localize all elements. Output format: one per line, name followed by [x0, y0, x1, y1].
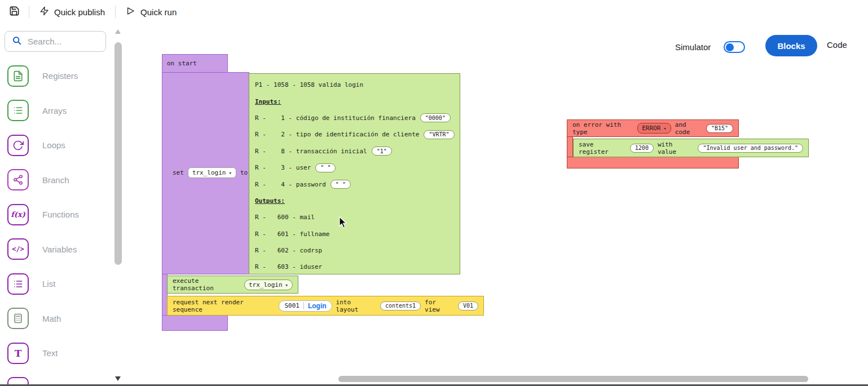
- save-register-label-2: with value: [658, 141, 694, 156]
- on-start-label: on start: [167, 60, 197, 67]
- register-value-pill[interactable]: "Invalid user and password.": [698, 144, 803, 153]
- scroll-up-arrow-icon[interactable]: [115, 29, 121, 34]
- on-error-label-2: and code: [675, 121, 702, 136]
- layout-pill[interactable]: contents1: [380, 301, 421, 310]
- list-icon: [7, 100, 29, 121]
- view-pill[interactable]: V01: [458, 301, 478, 310]
- code-view-button[interactable]: Code: [827, 40, 847, 50]
- scroll-down-arrow-icon[interactable]: [115, 376, 121, 381]
- transaction-input-row: R - 3 - user " ": [255, 159, 454, 176]
- sidebar-item-text[interactable]: T Text: [0, 336, 113, 371]
- sequence-name-link[interactable]: Login: [308, 302, 327, 310]
- block-on-start[interactable]: on start: [162, 54, 228, 73]
- sidebar-item-functions[interactable]: f(x) Functions: [0, 197, 113, 232]
- play-icon: [126, 6, 135, 17]
- sequence-code: S001: [284, 302, 299, 309]
- sidebar-item-label: Functions: [42, 210, 79, 219]
- dropdown-arrow-icon: [228, 169, 231, 176]
- function-icon: f(x): [7, 204, 29, 225]
- quick-run-button[interactable]: Quick run: [122, 4, 180, 20]
- calculator-icon: [7, 308, 29, 329]
- transaction-output-row: R - 600 - mail: [255, 209, 454, 225]
- loop-arrow-icon: [7, 135, 29, 156]
- sidebar-item-label: Text: [42, 348, 58, 358]
- sidebar-item-label: Loops: [42, 140, 65, 150]
- block-request-render[interactable]: request next render sequence S001 Login …: [167, 296, 484, 316]
- value-pill[interactable]: " ": [331, 180, 351, 189]
- value-pill[interactable]: " ": [315, 163, 336, 172]
- simulator-label: Simulator: [675, 42, 711, 52]
- transaction-output-row: R - 601 - fullname: [255, 226, 454, 242]
- outputs-section-label: Outputs:: [255, 197, 285, 205]
- palette-categories: Registers Arrays Loops Branch f(x) Funct…: [0, 59, 113, 386]
- simulator-toggle[interactable]: [724, 41, 745, 53]
- render-label-3: for view: [425, 299, 454, 313]
- variable-dropdown[interactable]: trx_login: [188, 167, 236, 178]
- sidebar-item-label: Branch: [42, 175, 69, 185]
- block-transaction-value[interactable]: P1 - 1058 - 1058 valida login Inputs: R …: [249, 73, 460, 274]
- vertical-scrollbar-thumb[interactable]: [114, 42, 122, 265]
- block-palette-sidebar: Registers Arrays Loops Branch f(x) Funct…: [0, 27, 113, 386]
- horizontal-scrollbar-thumb[interactable]: [338, 376, 808, 382]
- sidebar-item-arrays[interactable]: Arrays: [0, 94, 113, 128]
- transaction-title: P1 - 1058 - 1058 valida login: [255, 81, 363, 88]
- document-icon: [7, 65, 29, 87]
- toggle-knob: [726, 43, 734, 51]
- transaction-input-row: R - 8 - transacción inicial "1": [255, 143, 454, 159]
- sidebar-item-loops[interactable]: Loops: [0, 128, 113, 163]
- error-code-pill[interactable]: "B15": [706, 124, 733, 133]
- block-save-register[interactable]: save register 1200 with value "Invalid u…: [573, 139, 809, 157]
- pill-divider: [303, 302, 304, 309]
- sidebar-item-label: Math: [42, 314, 61, 323]
- dropdown-arrow-icon: [663, 125, 666, 132]
- branch-icon: [7, 169, 29, 190]
- list-icon: [7, 273, 29, 295]
- quick-publish-button[interactable]: Quick publish: [36, 4, 108, 20]
- transaction-input-row: R - 1 - código de institución financiera…: [255, 110, 454, 126]
- value-pill[interactable]: "1": [372, 147, 392, 156]
- execute-label: execute transaction: [173, 277, 240, 292]
- sidebar-item-math[interactable]: Math: [0, 301, 113, 336]
- block-set-variable[interactable]: set trx_login to: [162, 72, 249, 274]
- save-icon: [9, 6, 20, 18]
- dropdown-arrow-icon: [285, 281, 288, 289]
- sidebar-item-label: Variables: [42, 245, 77, 254]
- render-label-1: request next render sequence: [173, 299, 275, 313]
- sidebar-item-label: Registers: [42, 71, 78, 81]
- register-pill[interactable]: 1200: [630, 144, 654, 153]
- to-label: to: [240, 169, 248, 176]
- code-icon: </>: [7, 238, 29, 260]
- sidebar-item-branch[interactable]: Branch: [0, 163, 113, 198]
- quick-publish-label: Quick publish: [54, 7, 105, 17]
- sidebar-item-list[interactable]: List: [0, 267, 113, 301]
- transaction-input-row: R - 4 - password " ": [255, 176, 454, 192]
- sidebar-item-variables[interactable]: </> Variables: [0, 232, 113, 267]
- search-icon: [12, 36, 22, 48]
- value-pill[interactable]: "0000": [420, 113, 451, 122]
- value-pill[interactable]: "VRTR": [424, 130, 454, 139]
- blocks-view-button[interactable]: Blocks: [765, 35, 817, 56]
- on-error-foot: [567, 157, 739, 168]
- sidebar-item-registers[interactable]: Registers: [0, 59, 113, 94]
- block-on-error[interactable]: on error with type ERROR and code "B15": [567, 119, 739, 137]
- on-start-foot: [162, 315, 228, 331]
- sidebar-item-partial[interactable]: [0, 371, 113, 386]
- inputs-section-label: Inputs:: [255, 98, 281, 105]
- transaction-dropdown[interactable]: trx_login: [244, 279, 293, 290]
- block-execute-transaction[interactable]: execute transaction trx_login: [167, 276, 298, 294]
- error-type-dropdown[interactable]: ERROR: [637, 123, 671, 134]
- transaction-output-row: R - 602 - codrsp: [255, 242, 454, 259]
- transaction-output-row: R - 603 - iduser: [255, 259, 454, 275]
- save-button[interactable]: [7, 3, 22, 20]
- on-error-left-wall: [567, 136, 573, 159]
- toolbar-divider: [115, 6, 116, 18]
- topbar: Quick publish Quick run: [0, 0, 868, 24]
- render-label-2: into layout: [336, 299, 376, 313]
- on-error-label-1: on error with type: [572, 121, 633, 136]
- text-icon: T: [7, 343, 29, 364]
- vertical-scrollbar: [114, 28, 122, 383]
- search-input[interactable]: [28, 37, 94, 46]
- sequence-pill[interactable]: S001 Login: [279, 300, 332, 312]
- transaction-input-row: R - 2 - tipo de identificación de client…: [255, 126, 454, 143]
- search-box: [5, 31, 106, 52]
